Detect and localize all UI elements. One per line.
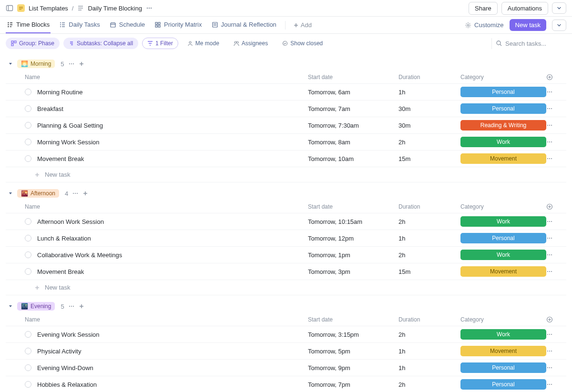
- status-circle-icon[interactable]: [25, 218, 31, 225]
- col-duration[interactable]: Duration: [398, 203, 460, 210]
- phase-chip[interactable]: 🌇Afternoon: [17, 189, 59, 198]
- add-column-icon[interactable]: [546, 203, 561, 210]
- status-circle-icon[interactable]: [25, 139, 31, 145]
- task-name[interactable]: Breakfast: [37, 105, 63, 112]
- task-name[interactable]: Afternoon Work Session: [37, 218, 104, 225]
- task-start-date[interactable]: Tomorrow, 10:15am: [308, 218, 398, 225]
- new-task-chevron[interactable]: [552, 20, 566, 31]
- task-start-date[interactable]: Tomorrow, 7am: [308, 105, 398, 112]
- search-input[interactable]: [505, 40, 562, 47]
- row-more-icon[interactable]: [546, 155, 561, 162]
- category-badge[interactable]: Work: [460, 250, 546, 260]
- task-row[interactable]: Evening Work SessionTomorrow, 3:15pm2hWo…: [6, 326, 566, 343]
- collapse-caret-icon[interactable]: [8, 303, 13, 309]
- row-more-icon[interactable]: [546, 235, 561, 241]
- row-more-icon[interactable]: [546, 381, 561, 388]
- tab-schedule[interactable]: Schedule: [109, 17, 146, 33]
- customize-button[interactable]: Customize: [465, 21, 503, 29]
- task-row[interactable]: Movement BreakTomorrow, 10am15mMovement: [6, 151, 566, 167]
- status-circle-icon[interactable]: [25, 251, 31, 258]
- breadcrumb-more-icon[interactable]: [146, 5, 153, 11]
- task-duration[interactable]: 30m: [398, 105, 460, 112]
- group-add-icon[interactable]: [82, 191, 88, 196]
- add-column-icon[interactable]: [546, 74, 561, 80]
- filter-pill[interactable]: 1 Filter: [142, 38, 178, 49]
- category-badge[interactable]: Reading & Writing: [460, 120, 546, 131]
- task-duration[interactable]: 15m: [398, 268, 460, 275]
- task-row[interactable]: BreakfastTomorrow, 7am30mPersonal: [6, 101, 566, 117]
- task-row[interactable]: Morning Work SessionTomorrow, 8am2hWork: [6, 134, 566, 151]
- col-duration[interactable]: Duration: [398, 316, 460, 323]
- group-more-icon[interactable]: [72, 190, 79, 197]
- col-name[interactable]: Name: [25, 316, 308, 323]
- task-name[interactable]: Evening Wind-Down: [37, 364, 93, 372]
- tab-priority-matrix[interactable]: Priority Matrix: [153, 17, 203, 33]
- category-badge[interactable]: Personal: [460, 362, 546, 373]
- task-name[interactable]: Physical Activity: [37, 348, 81, 355]
- add-column-icon[interactable]: [546, 316, 561, 323]
- category-badge[interactable]: Personal: [460, 233, 546, 243]
- task-name[interactable]: Planning & Goal Setting: [37, 122, 103, 129]
- row-more-icon[interactable]: [546, 331, 561, 338]
- automations-button[interactable]: Automations: [501, 2, 548, 15]
- task-duration[interactable]: 30m: [398, 122, 460, 129]
- task-name[interactable]: Collaborative Work & Meetings: [37, 251, 122, 259]
- category-badge[interactable]: Personal: [460, 103, 546, 114]
- sidebar-toggle-icon[interactable]: [6, 4, 13, 12]
- group-pill[interactable]: Group: Phase: [6, 38, 60, 49]
- breadcrumb-parent[interactable]: List Templates: [29, 5, 68, 12]
- group-more-icon[interactable]: [68, 60, 75, 67]
- me-mode-pill[interactable]: Me mode: [182, 38, 225, 49]
- group-more-icon[interactable]: [68, 303, 75, 310]
- col-category[interactable]: Category: [460, 74, 546, 80]
- collapse-caret-icon[interactable]: [8, 61, 13, 67]
- breadcrumb-current[interactable]: Daily Time Blocking: [88, 5, 142, 12]
- task-start-date[interactable]: Tomorrow, 12pm: [308, 235, 398, 242]
- status-circle-icon[interactable]: [25, 364, 31, 371]
- task-duration[interactable]: 2h: [398, 218, 460, 225]
- status-circle-icon[interactable]: [25, 331, 31, 338]
- tab-journal-reflection[interactable]: Journal & Reflection: [211, 17, 277, 33]
- row-more-icon[interactable]: [546, 268, 561, 275]
- task-row[interactable]: Afternoon Work SessionTomorrow, 10:15am2…: [6, 213, 566, 230]
- status-circle-icon[interactable]: [25, 381, 31, 388]
- task-duration[interactable]: 1h: [398, 364, 460, 372]
- task-duration[interactable]: 2h: [398, 331, 460, 338]
- task-name[interactable]: Hobbies & Relaxation: [37, 381, 97, 388]
- task-duration[interactable]: 15m: [398, 155, 460, 162]
- row-more-icon[interactable]: [546, 364, 561, 371]
- status-circle-icon[interactable]: [25, 89, 31, 95]
- category-badge[interactable]: Personal: [460, 379, 546, 390]
- automations-chevron[interactable]: [552, 2, 566, 14]
- col-name[interactable]: Name: [25, 74, 308, 80]
- category-badge[interactable]: Movement: [460, 153, 546, 164]
- task-name[interactable]: Evening Work Session: [37, 331, 100, 338]
- row-more-icon[interactable]: [546, 122, 561, 129]
- task-row[interactable]: Collaborative Work & MeetingsTomorrow, 1…: [6, 247, 566, 263]
- task-start-date[interactable]: Tomorrow, 8am: [308, 139, 398, 146]
- task-row[interactable]: Hobbies & RelaxationTomorrow, 7pm2hPerso…: [6, 376, 566, 392]
- task-start-date[interactable]: Tomorrow, 1pm: [308, 251, 398, 259]
- task-start-date[interactable]: Tomorrow, 10am: [308, 155, 398, 162]
- assignees-pill[interactable]: Assignees: [228, 38, 273, 49]
- status-circle-icon[interactable]: [25, 105, 31, 112]
- task-start-date[interactable]: Tomorrow, 3:15pm: [308, 331, 398, 338]
- category-badge[interactable]: Movement: [460, 266, 546, 277]
- task-start-date[interactable]: Tomorrow, 3pm: [308, 268, 398, 275]
- task-name[interactable]: Morning Routine: [37, 89, 82, 96]
- category-badge[interactable]: Work: [460, 137, 546, 147]
- task-name[interactable]: Morning Work Session: [37, 139, 100, 146]
- task-name[interactable]: Movement Break: [37, 268, 84, 275]
- subtasks-pill[interactable]: Subtasks: Collapse all: [63, 38, 138, 49]
- task-duration[interactable]: 2h: [398, 139, 460, 146]
- category-badge[interactable]: Work: [460, 216, 546, 227]
- task-name[interactable]: Movement Break: [37, 155, 84, 162]
- tab-daily-tasks[interactable]: Daily Tasks: [58, 17, 101, 33]
- row-more-icon[interactable]: [546, 218, 561, 225]
- col-category[interactable]: Category: [460, 316, 546, 323]
- col-start[interactable]: Start date: [308, 74, 398, 80]
- task-start-date[interactable]: Tomorrow, 5pm: [308, 348, 398, 355]
- col-start[interactable]: Start date: [308, 316, 398, 323]
- task-row[interactable]: Lunch & RelaxationTomorrow, 12pm1hPerson…: [6, 230, 566, 247]
- task-duration[interactable]: 1h: [398, 348, 460, 355]
